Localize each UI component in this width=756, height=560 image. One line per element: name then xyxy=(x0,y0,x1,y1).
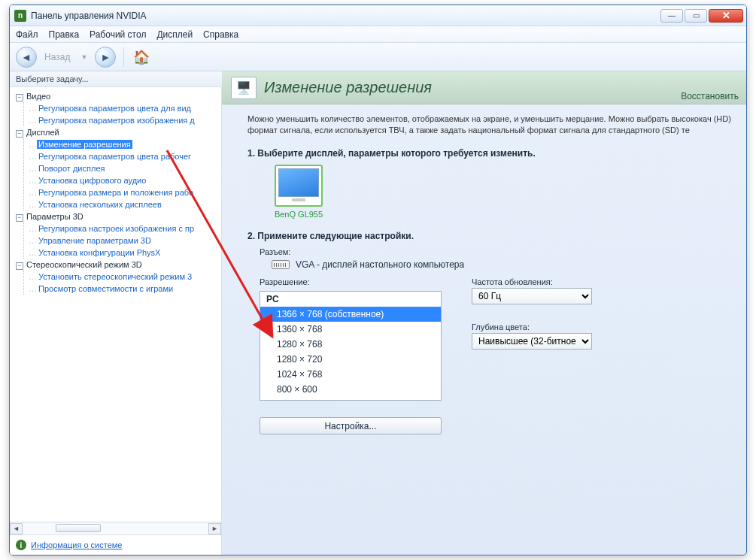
titlebar: n Панель управления NVIDIA — ▭ ✕ xyxy=(10,5,746,26)
tree-item[interactable]: Просмотр совместимости с играми xyxy=(37,284,175,293)
page-content: Можно уменьшить количество элементов, от… xyxy=(222,104,746,555)
page-header: 🖥️ Изменение разрешения Восстановить xyxy=(222,71,746,104)
monitor-name: BenQ GL955 xyxy=(269,210,329,219)
scroll-right-icon[interactable]: ► xyxy=(208,523,221,534)
restore-link[interactable]: Восстановить xyxy=(681,91,739,101)
resolution-option[interactable]: 1024 × 768 xyxy=(260,367,441,382)
menu-file[interactable]: Файл xyxy=(16,29,38,40)
back-button[interactable]: ◄ xyxy=(16,47,37,68)
sidebar: Выберите задачу... −Видео…Регулировка па… xyxy=(10,71,222,555)
tree-item[interactable]: Регулировка параметров изображения д xyxy=(37,116,196,125)
depth-label: Глубина цвета: xyxy=(472,322,592,331)
resolution-listbox[interactable]: PC1366 × 768 (собственное)1360 × 7681280… xyxy=(260,291,442,401)
toolbar: ◄ Назад ▼ ► 🏠 xyxy=(10,43,746,71)
tree-item[interactable]: Регулировка параметров цвета рабочег xyxy=(37,152,193,161)
tree-item[interactable]: Регулировка размера и положения рабо xyxy=(37,188,195,197)
scroll-left-icon[interactable]: ◄ xyxy=(10,523,23,534)
sidebar-scrollbar[interactable]: ◄ ► xyxy=(10,522,222,534)
step-1-label: 1. Выберите дисплей, параметры которого … xyxy=(247,148,737,159)
menu-display[interactable]: Дисплей xyxy=(156,29,193,40)
tree-expand-icon[interactable]: − xyxy=(16,130,23,138)
vga-icon xyxy=(272,260,290,269)
tree-item[interactable]: Поворот дисплея xyxy=(37,164,106,173)
maximize-button[interactable]: ▭ xyxy=(685,9,707,23)
monitor-card[interactable]: BenQ GL955 xyxy=(269,165,329,219)
resolution-option[interactable]: 1280 × 720 xyxy=(260,352,441,367)
menu-edit[interactable]: Правка xyxy=(49,29,80,40)
resolution-option[interactable]: 800 × 600 xyxy=(260,382,441,397)
nvidia-icon: n xyxy=(14,10,26,22)
tree-category[interactable]: Дисплей xyxy=(26,128,59,137)
back-label: Назад xyxy=(44,52,70,62)
tree-item[interactable]: Регулировка настроек изображения с пр xyxy=(37,224,196,233)
window-title: Панель управления NVIDIA xyxy=(31,11,660,21)
menu-help[interactable]: Справка xyxy=(203,29,238,40)
home-button[interactable]: 🏠 xyxy=(132,47,151,67)
scroll-track[interactable] xyxy=(23,523,208,534)
tree-item[interactable]: Установка нескольких дисплеев xyxy=(37,200,163,209)
task-tree[interactable]: −Видео…Регулировка параметров цвета для … xyxy=(10,87,222,522)
close-button[interactable]: ✕ xyxy=(709,9,743,23)
menu-bar: Файл Правка Рабочий стол Дисплей Справка xyxy=(10,26,746,43)
tree-item[interactable]: Установить стереоскопический режим 3 xyxy=(37,272,193,281)
tree-item[interactable]: Регулировка параметров цвета для вид xyxy=(37,104,193,113)
tree-expand-icon[interactable]: − xyxy=(16,94,23,101)
customize-button[interactable]: Настройка... xyxy=(260,417,442,434)
resolution-icon: 🖥️ xyxy=(231,77,257,99)
tree-item[interactable]: Изменение разрешения xyxy=(37,140,132,149)
monitor-icon xyxy=(275,165,323,207)
resolution-option[interactable]: 1280 × 768 xyxy=(260,337,441,352)
connector-label: Разъем: xyxy=(260,247,737,256)
minimize-button[interactable]: — xyxy=(660,9,683,23)
info-icon: i xyxy=(16,540,26,550)
page-description: Можно уменьшить количество элементов, от… xyxy=(247,114,737,136)
tree-expand-icon[interactable]: − xyxy=(16,214,23,222)
resolution-option[interactable]: 1366 × 768 (собственное) xyxy=(260,307,441,322)
connector-value: VGA - дисплей настольного компьютера xyxy=(296,259,464,270)
app-window: n Панель управления NVIDIA — ▭ ✕ Файл Пр… xyxy=(9,5,747,555)
tree-category[interactable]: Стереоскопический режим 3D xyxy=(26,260,142,269)
refresh-label: Частота обновления: xyxy=(472,277,592,286)
step-2-label: 2. Примените следующие настройки. xyxy=(247,231,737,241)
refresh-select[interactable]: 60 Гц xyxy=(472,288,592,304)
tree-item[interactable]: Установка конфигурации PhysX xyxy=(37,248,162,257)
tree-item[interactable]: Установка цифрового аудио xyxy=(37,176,147,185)
system-info-link[interactable]: i Информация о системе xyxy=(10,534,222,555)
tree-item[interactable]: Управление параметрами 3D xyxy=(37,236,153,245)
depth-select[interactable]: Наивысшее (32-битное) xyxy=(472,333,592,350)
resolution-group: PC xyxy=(260,292,441,307)
forward-button[interactable]: ► xyxy=(95,47,116,68)
page-title: Изменение разрешения xyxy=(264,79,432,96)
system-info-label[interactable]: Информация о системе xyxy=(31,540,122,549)
toolbar-separator xyxy=(123,47,124,67)
scroll-thumb[interactable] xyxy=(56,524,101,532)
menu-desktop[interactable]: Рабочий стол xyxy=(90,29,146,40)
main-panel: 🖥️ Изменение разрешения Восстановить Мож… xyxy=(222,71,746,555)
sidebar-header: Выберите задачу... xyxy=(10,71,222,87)
tree-expand-icon[interactable]: − xyxy=(16,262,23,270)
back-dropdown-icon[interactable]: ▼ xyxy=(80,53,87,61)
tree-category[interactable]: Параметры 3D xyxy=(26,212,83,221)
resolution-label: Разрешение: xyxy=(260,277,442,286)
tree-category[interactable]: Видео xyxy=(26,92,50,101)
resolution-option[interactable]: 1360 × 768 xyxy=(260,322,441,337)
